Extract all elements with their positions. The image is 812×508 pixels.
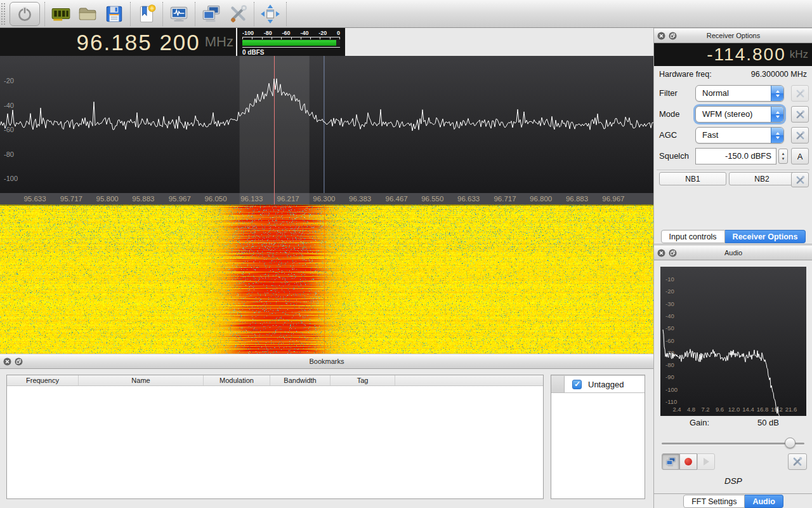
- mode-dropdown[interactable]: WFM (stereo): [695, 106, 784, 123]
- tools-icon: [796, 131, 805, 140]
- separator-line: [657, 170, 809, 170]
- meter-tick-label: -40: [300, 30, 308, 36]
- column-header-name[interactable]: Name: [79, 375, 204, 385]
- filter-dropdown[interactable]: Normal: [695, 85, 784, 102]
- tools-icon: [792, 457, 802, 467]
- dropdown-arrows-icon: [771, 128, 783, 143]
- fullscreen-button[interactable]: [257, 1, 284, 27]
- play-icon: [704, 458, 709, 465]
- tools-button[interactable]: [225, 1, 251, 27]
- tab-receiver-options[interactable]: Receiver Options: [725, 230, 806, 243]
- rf-x-tick-label: 95.967: [169, 195, 191, 203]
- rf-x-tick-label: 96.800: [530, 195, 552, 203]
- squelch-row: Squelch -150.0 dBFS ▴▾ A: [654, 148, 812, 164]
- tab-audio[interactable]: Audio: [745, 495, 783, 508]
- bookmarks-tag-list[interactable]: Untagged: [551, 375, 645, 499]
- nb-tool-row: [654, 173, 812, 189]
- save-file-button[interactable]: [101, 1, 128, 27]
- audio-x-tick-label: 21.6: [785, 406, 797, 413]
- bookmarks-panel: Frequency Name Modulation Bandwidth Tag …: [0, 369, 653, 508]
- tag-checkbox[interactable]: [572, 380, 582, 389]
- toolbar-separator: [195, 2, 195, 26]
- squelch-label: Squelch: [659, 151, 689, 161]
- audio-stream-button[interactable]: [662, 453, 679, 470]
- receiver-options-title: Receiver Options: [654, 32, 812, 39]
- squelch-spinner[interactable]: ▴▾: [778, 149, 788, 164]
- column-header-tag[interactable]: Tag: [331, 375, 395, 385]
- record-icon: [684, 458, 692, 465]
- gain-row: Gain: 50 dB: [654, 418, 812, 428]
- rf-x-tick-label: 95.800: [96, 195, 119, 203]
- audio-y-tick-label: -50: [665, 324, 674, 331]
- frequency-unit: MHz: [205, 34, 233, 50]
- agc-dropdown[interactable]: Fast: [695, 127, 784, 144]
- toolbar-separator: [44, 2, 45, 26]
- squelch-input[interactable]: -150.0 dBFS: [695, 148, 776, 164]
- column-header-modulation[interactable]: Modulation: [204, 375, 270, 385]
- waterfall-display[interactable]: [0, 204, 653, 354]
- audio-x-tick-label: 9.6: [716, 406, 724, 413]
- audio-titlebar[interactable]: Audio: [654, 245, 812, 260]
- offset-digits[interactable]: -114.800: [707, 46, 785, 64]
- frequency-row: 96.185 200 MHz -100-80-60-40-200 0 dBFS: [0, 28, 653, 56]
- slider-track[interactable]: [662, 443, 804, 444]
- audio-spectrum-plot: -10-20-30-40-50-60-70-80-90-100-1102.44.…: [660, 267, 806, 416]
- tab-fft-settings[interactable]: FFT Settings: [683, 495, 745, 508]
- gain-label: Gain:: [690, 418, 709, 427]
- gain-slider[interactable]: [662, 438, 804, 449]
- audio-title: Audio: [654, 249, 812, 257]
- column-header-bandwidth[interactable]: Bandwidth: [270, 375, 331, 385]
- control-tabs: Input controls Receiver Options: [654, 230, 812, 244]
- mode-label: Mode: [659, 109, 680, 119]
- open-file-button[interactable]: [74, 1, 101, 27]
- bookmarks-table[interactable]: Frequency Name Modulation Bandwidth Tag: [6, 375, 544, 499]
- bookmarks-titlebar[interactable]: Bookmarks: [0, 354, 653, 369]
- meter-underline: [242, 47, 340, 48]
- audio-y-tick-label: -110: [665, 398, 677, 405]
- meter-level-fill: [242, 40, 336, 46]
- offset-unit: kHz: [790, 48, 808, 61]
- agc-config-button[interactable]: [791, 127, 809, 144]
- dsp-status-button[interactable]: [166, 1, 192, 27]
- rf-x-tick-label: 96.300: [313, 195, 335, 203]
- audio-x-tick-label: 4.8: [687, 406, 695, 413]
- spin-up-icon[interactable]: ▴: [782, 151, 785, 156]
- audio-y-tick-label: -30: [665, 300, 674, 307]
- tag-row[interactable]: Untagged: [551, 375, 645, 393]
- audio-config-button[interactable]: [788, 453, 807, 470]
- rf-x-tick-label: 96.717: [494, 195, 516, 203]
- nb-config-button[interactable]: [791, 172, 809, 187]
- rf-spectrum-plot[interactable]: -20-40-60-80-10095.63395.71795.80095.883…: [0, 56, 653, 204]
- receiver-options-titlebar[interactable]: Receiver Options: [654, 28, 812, 43]
- toolbar-grip[interactable]: [1, 3, 5, 25]
- tab-input-controls[interactable]: Input controls: [661, 230, 725, 243]
- right-panel: Receiver Options -114.800 kHz Hardware f…: [653, 28, 812, 508]
- rf-x-tick-label: 96.217: [277, 195, 299, 203]
- tag-label: Untagged: [588, 380, 624, 389]
- bookmarks-table-header: Frequency Name Modulation Bandwidth Tag: [7, 375, 543, 386]
- spin-down-icon[interactable]: ▾: [782, 156, 785, 161]
- audio-record-button[interactable]: [679, 453, 697, 470]
- auto-squelch-button[interactable]: A: [791, 148, 809, 164]
- rf-x-tick-label: 96.467: [386, 195, 408, 203]
- power-button[interactable]: [10, 2, 40, 26]
- bookmarks-button[interactable]: [133, 1, 160, 27]
- rf-x-tick-label: 95.883: [132, 195, 154, 203]
- rf-x-tick-label: 96.550: [421, 195, 443, 203]
- offset-frequency-display[interactable]: -114.800 kHz: [654, 43, 812, 66]
- slider-handle[interactable]: [785, 438, 796, 448]
- open-folder-icon: [77, 3, 98, 25]
- audio-x-tick-label: 2.4: [672, 406, 681, 413]
- frequency-display[interactable]: 96.185 200 MHz: [0, 28, 236, 56]
- soundcard-config-button[interactable]: [48, 1, 74, 27]
- rf-x-tick-label: 96.883: [566, 195, 588, 203]
- meter-tick-marks: [242, 37, 340, 39]
- mode-config-button[interactable]: [791, 106, 809, 123]
- frequency-digits[interactable]: 96.185 200: [77, 31, 200, 53]
- meter-tick-label: -80: [264, 30, 272, 36]
- filter-config-button: [791, 85, 809, 102]
- rf-x-tick-label: 96.050: [204, 195, 226, 203]
- toolbar-separator: [130, 2, 131, 26]
- column-header-frequency[interactable]: Frequency: [7, 375, 79, 385]
- remote-control-button[interactable]: [198, 1, 225, 27]
